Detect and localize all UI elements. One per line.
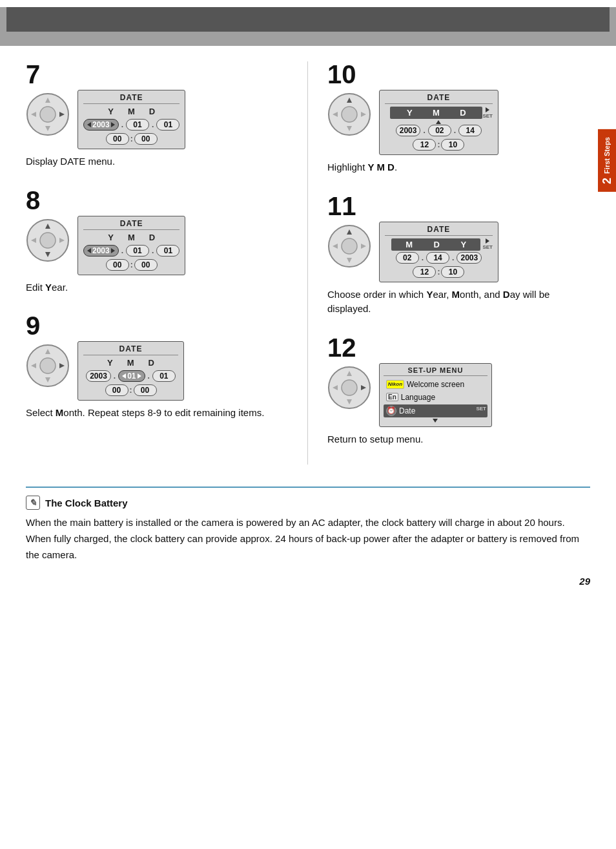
time-row-9: 00 : 00 <box>83 384 178 396</box>
svg-point-7 <box>40 233 56 248</box>
set-text-11: SET <box>482 244 493 250</box>
min-val-11: 10 <box>441 266 464 278</box>
day-val-11: 14 <box>426 252 449 264</box>
date-title-9: DATE <box>83 344 178 355</box>
date-header-7: Y M D <box>83 107 180 116</box>
step-8-content: DATE Y M D 2003 . 01 <box>26 216 294 275</box>
ymd-highlight-10: Y M D <box>390 107 482 119</box>
hour-val-7: 00 <box>106 133 129 145</box>
set-text-12: SET <box>476 406 486 412</box>
year-arrow-left-7 <box>87 122 91 127</box>
year-val-9: 2003 <box>86 370 111 382</box>
svg-point-13 <box>40 358 56 373</box>
month-val-9: 01 <box>118 370 145 382</box>
time-row-10: 12 : 10 <box>385 139 493 151</box>
dpad-10 <box>327 92 371 136</box>
date-values-7: 2003 . 01 . 01 <box>83 119 180 131</box>
step-11-content: DATE M D Y SET <box>327 222 590 282</box>
date-header-9: Y M D <box>83 358 178 368</box>
dpad-11 <box>327 224 371 268</box>
down-arrow-12 <box>384 419 488 423</box>
set-area-11: SET <box>482 238 493 250</box>
tab-number: 2 <box>601 178 614 184</box>
month-arrow-left-9 <box>122 373 126 379</box>
left-column: 7 <box>26 61 308 465</box>
time-row-7: 00 : 00 <box>83 133 180 145</box>
svg-point-1 <box>40 107 56 122</box>
step-10-bold: Y M D <box>368 162 395 173</box>
step-11-number: 11 <box>327 193 590 219</box>
step-10-desc: Highlight Y M D. <box>327 160 590 175</box>
min-val-9: 00 <box>134 384 157 396</box>
year-arrow-right-8 <box>111 248 115 253</box>
set-arrow-11 <box>486 238 489 244</box>
day-val-9: 01 <box>152 370 176 382</box>
set-text-10: SET <box>482 113 493 119</box>
step-12-content: SET-UP MENU Nikon Welcome screen En Lang… <box>327 363 590 427</box>
min-val-7: 00 <box>134 133 158 145</box>
step-10-number: 10 <box>327 61 590 87</box>
note-title-text: The Clock Battery <box>45 498 128 508</box>
date-screen-8: DATE Y M D 2003 . 01 <box>77 216 185 275</box>
top-tri-10 <box>385 120 493 124</box>
date-values-9: 2003 . 01 . 01 <box>83 370 178 382</box>
setup-item-date: ⏰ Date SET <box>384 404 488 417</box>
year-val-7: 2003 <box>83 119 119 131</box>
step-12-desc: Return to setup menu. <box>327 432 590 447</box>
step-8-desc: Edit Year. <box>26 280 294 295</box>
setup-title-12: SET-UP MENU <box>384 366 488 376</box>
year-val-11: 2003 <box>457 252 482 264</box>
note-icon: ✎ <box>26 496 40 510</box>
bottom-note: ✎ The Clock Battery When the main batter… <box>26 487 590 563</box>
hour-val-11: 12 <box>413 266 436 278</box>
hour-val-8: 00 <box>106 259 129 271</box>
language-icon: En <box>386 393 398 401</box>
date-values-10: 2003 . 02 . 14 <box>385 125 493 136</box>
welcome-screen-label: Welcome screen <box>407 380 464 389</box>
right-column: 10 <box>308 61 590 465</box>
date-screen-11: DATE M D Y SET <box>379 222 498 282</box>
dpad-12 <box>327 366 371 410</box>
note-body: When the main battery is installed or th… <box>26 515 590 563</box>
step-7-number: 7 <box>26 61 294 87</box>
step-11: 11 D <box>327 193 590 317</box>
step-11-m: M <box>452 289 460 300</box>
date-title-8: DATE <box>83 219 180 230</box>
tri-down-12 <box>433 419 438 423</box>
day-val-7: 01 <box>156 119 180 131</box>
time-row-11: 12 : 10 <box>385 266 493 278</box>
step-9-content: DATE Y M D 2003 . 01 <box>26 341 294 401</box>
month-val-10: 02 <box>428 125 451 136</box>
dpad-8 <box>26 218 70 262</box>
step-9: 9 DA <box>26 313 294 421</box>
month-val-8: 01 <box>126 245 149 257</box>
date-values-11: 02 . 14 . 2003 <box>385 252 493 264</box>
step-9-desc: Select Month. Repeat steps 8-9 to edit r… <box>26 406 294 421</box>
main-content: 7 <box>0 46 616 480</box>
language-label: Language <box>401 393 435 402</box>
set-area-10: SET <box>482 107 493 119</box>
hour-val-10: 12 <box>413 139 436 151</box>
step-7: 7 <box>26 61 294 169</box>
time-row-8: 00 : 00 <box>83 259 180 271</box>
date-title-7: DATE <box>83 93 180 104</box>
year-arrow-left-8 <box>87 248 91 253</box>
setup-item-welcome: Nikon Welcome screen <box>384 379 488 390</box>
date-screen-10: DATE Y M D SET <box>379 90 498 155</box>
step-7-desc: Display DATE menu. <box>26 154 294 169</box>
setup-item-language: En Language <box>384 392 488 403</box>
date-label: Date <box>399 406 415 415</box>
svg-point-31 <box>342 380 357 395</box>
side-tab: 2 First Steps <box>598 129 616 192</box>
date-screen-wrapper-10: DATE Y M D SET <box>379 90 498 155</box>
step-12-number: 12 <box>327 335 590 361</box>
mdy-highlight-11: M D Y <box>391 238 480 251</box>
note-title-container: ✎ The Clock Battery <box>26 496 590 510</box>
step-12: 12 <box>327 335 590 447</box>
dpad-7 <box>26 92 70 136</box>
step-11-desc: Choose order in which Year, Month, and D… <box>327 288 590 317</box>
day-val-8: 01 <box>156 245 180 257</box>
year-arrow-right-7 <box>111 122 115 127</box>
set-arrow-10 <box>486 107 489 112</box>
date-screen-7: DATE Y M D 2003 . 01 <box>77 90 185 149</box>
